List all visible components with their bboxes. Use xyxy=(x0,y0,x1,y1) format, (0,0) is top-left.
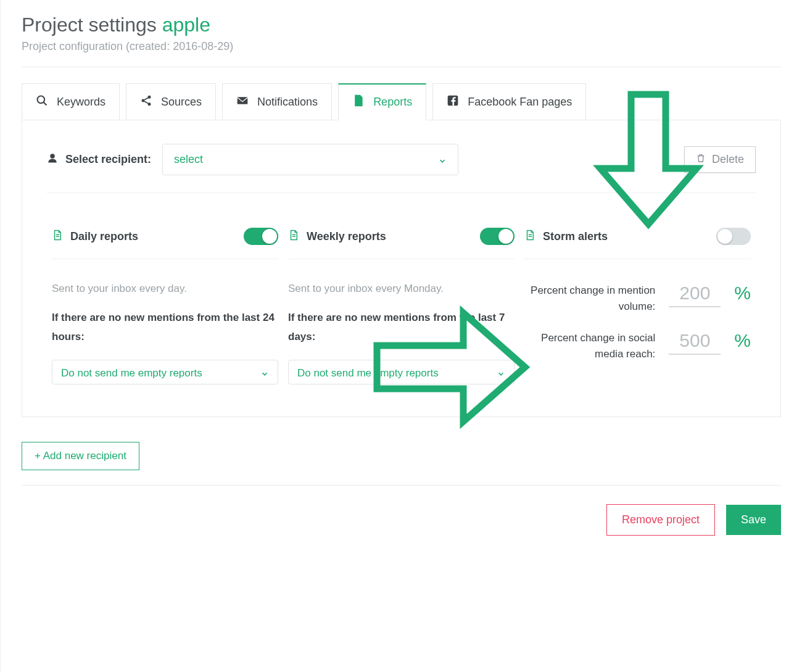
daily-desc: Sent to your inbox every day. xyxy=(52,283,278,295)
dropdown-value: Do not send me empty reports xyxy=(297,367,439,380)
document-icon xyxy=(52,230,63,244)
weekly-toggle[interactable] xyxy=(480,228,515,245)
tabs: Keywords Sources Notifications Reports F… xyxy=(22,83,781,120)
delete-label: Delete xyxy=(712,153,744,166)
percent-sign: % xyxy=(734,283,751,304)
delete-button[interactable]: Delete xyxy=(684,146,756,173)
facebook-icon xyxy=(447,94,459,110)
recipient-label-text: Select recipient: xyxy=(65,153,151,166)
search-icon xyxy=(36,94,48,110)
svg-point-3 xyxy=(148,95,151,98)
person-icon xyxy=(47,152,58,167)
percent-sign: % xyxy=(734,330,751,351)
tab-facebook[interactable]: Facebook Fan pages xyxy=(432,83,586,120)
daily-empty-dropdown[interactable]: Do not send me empty reports xyxy=(52,360,278,384)
page-title: Project settings apple xyxy=(22,14,781,36)
svg-point-4 xyxy=(148,102,151,106)
weekly-desc: Sent to your inbox every Monday. xyxy=(288,283,515,295)
svg-point-10 xyxy=(50,154,55,159)
tab-label: Notifications xyxy=(257,96,318,109)
envelope-icon xyxy=(236,94,249,110)
share-icon xyxy=(140,94,152,110)
svg-point-0 xyxy=(38,96,45,103)
tab-reports[interactable]: Reports xyxy=(338,83,426,120)
add-label: + Add new recipient xyxy=(35,450,126,462)
tab-label: Reports xyxy=(373,96,412,109)
chevron-down-icon xyxy=(497,369,505,378)
divider xyxy=(22,67,781,67)
trash-icon xyxy=(696,153,706,166)
tab-keywords[interactable]: Keywords xyxy=(22,83,120,120)
add-recipient-button[interactable]: + Add new recipient xyxy=(22,442,139,470)
svg-point-2 xyxy=(142,99,145,102)
tab-notifications[interactable]: Notifications xyxy=(222,83,332,120)
tab-label: Facebook Fan pages xyxy=(468,96,572,109)
document-icon xyxy=(288,230,299,244)
save-button[interactable]: Save xyxy=(726,505,781,535)
storm-reach-label: Percent change in social media reach: xyxy=(524,330,655,362)
weekly-cond: If there are no new mentions from the la… xyxy=(288,309,515,346)
footer-actions: Remove project Save xyxy=(22,504,781,536)
page-subtitle: Project configuration (created: 2016-08-… xyxy=(22,40,781,53)
divider xyxy=(22,485,781,486)
svg-rect-5 xyxy=(238,97,248,104)
report-columns: Daily reports Sent to your inbox every d… xyxy=(47,228,756,384)
tab-label: Sources xyxy=(161,96,202,109)
remove-label: Remove project xyxy=(622,513,700,526)
storm-mention-row: Percent change in mention volume: % xyxy=(524,283,751,314)
tab-sources[interactable]: Sources xyxy=(126,83,216,120)
storm-title: Storm alerts xyxy=(543,230,608,243)
tab-label: Keywords xyxy=(57,96,105,109)
document-icon xyxy=(352,94,365,110)
dropdown-value: Do not send me empty reports xyxy=(61,367,202,380)
daily-reports-column: Daily reports Sent to your inbox every d… xyxy=(47,228,283,384)
save-label: Save xyxy=(741,513,766,526)
chevron-down-icon xyxy=(260,369,269,378)
reports-panel: Select recipient: select Delete Daily xyxy=(22,120,781,417)
daily-toggle[interactable] xyxy=(244,228,278,245)
daily-cond: If there are no new mentions from the la… xyxy=(52,309,278,346)
storm-toggle[interactable] xyxy=(716,228,751,245)
storm-mention-input[interactable] xyxy=(669,283,721,307)
weekly-empty-dropdown[interactable]: Do not send me empty reports xyxy=(288,360,515,384)
weekly-reports-column: Weekly reports Sent to your inbox every … xyxy=(283,228,519,384)
weekly-title: Weekly reports xyxy=(307,230,386,243)
daily-title: Daily reports xyxy=(70,230,138,243)
storm-reach-row: Percent change in social media reach: % xyxy=(524,330,751,362)
document-icon xyxy=(524,230,535,244)
recipient-row: Select recipient: select Delete xyxy=(47,139,756,193)
select-value: select xyxy=(174,153,203,166)
storm-reach-input[interactable] xyxy=(669,330,721,355)
select-recipient-label: Select recipient: xyxy=(47,152,151,167)
chevron-down-icon xyxy=(438,156,447,164)
page-title-prefix: Project settings xyxy=(22,14,157,36)
storm-alerts-column: Storm alerts Percent change in mention v… xyxy=(519,228,756,384)
storm-mention-label: Percent change in mention volume: xyxy=(524,283,655,314)
remove-project-button[interactable]: Remove project xyxy=(606,504,715,536)
page-title-accent: apple xyxy=(162,14,210,36)
svg-line-1 xyxy=(44,102,47,105)
recipient-select[interactable]: select xyxy=(162,144,458,175)
